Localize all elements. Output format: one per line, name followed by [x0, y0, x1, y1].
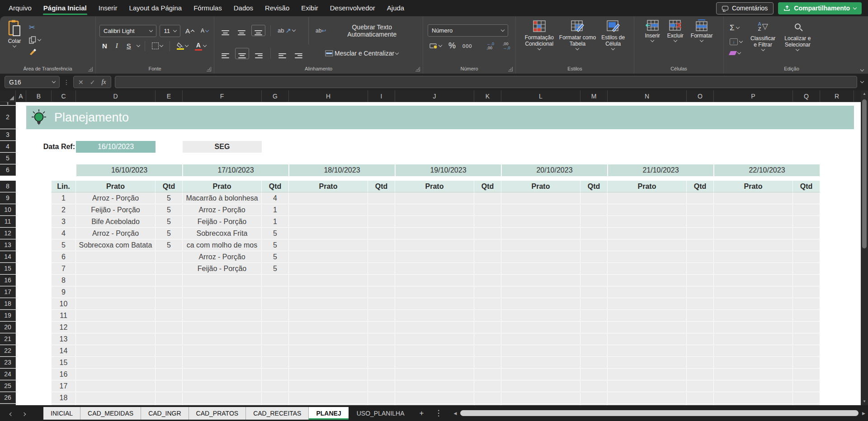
- qtd-cell[interactable]: [687, 204, 714, 216]
- qtd-cell[interactable]: 5: [156, 239, 183, 251]
- qtd-cell[interactable]: [580, 322, 608, 333]
- qtd-cell[interactable]: [687, 392, 714, 404]
- prato-cell[interactable]: [395, 251, 474, 263]
- prato-cell[interactable]: [608, 239, 687, 251]
- prato-cell[interactable]: [289, 392, 368, 404]
- prato-cell[interactable]: [289, 204, 368, 216]
- scroll-up-icon[interactable]: ▲: [861, 90, 868, 98]
- prato-cell[interactable]: ca com molho de mos: [183, 239, 262, 251]
- find-select-button[interactable]: Localizar e Selecionar: [782, 18, 813, 61]
- lin-cell[interactable]: 10: [52, 298, 76, 310]
- qtd-cell[interactable]: [687, 275, 714, 286]
- qtd-cell[interactable]: [156, 333, 183, 345]
- number-format-select[interactable]: Número: [428, 24, 508, 37]
- bold-button[interactable]: N: [99, 41, 110, 51]
- qtd-cell[interactable]: [474, 357, 501, 369]
- prato-cell[interactable]: [183, 322, 262, 333]
- insert-cells-button[interactable]: Inserir: [642, 18, 662, 61]
- prato-cell[interactable]: Feijão - Porção: [76, 204, 156, 216]
- prato-cell[interactable]: [289, 251, 368, 263]
- qtd-cell[interactable]: [793, 369, 820, 380]
- prato-cell[interactable]: [714, 298, 793, 310]
- prato-cell[interactable]: [608, 216, 687, 228]
- horizontal-scrollbar[interactable]: ◀ ▶: [451, 405, 868, 421]
- prato-cell[interactable]: [76, 392, 156, 404]
- row-header-12[interactable]: 12: [0, 228, 16, 239]
- column-header-l[interactable]: L: [501, 90, 580, 102]
- qtd-cell[interactable]: [793, 310, 820, 322]
- row-header-24[interactable]: 24: [0, 369, 16, 380]
- align-left-button[interactable]: [219, 48, 232, 59]
- cut-button[interactable]: ✂: [28, 22, 42, 33]
- qtd-cell[interactable]: [368, 298, 395, 310]
- orientation-button[interactable]: ab↗: [276, 26, 297, 36]
- row-header-15[interactable]: 15: [0, 263, 16, 274]
- prato-cell[interactable]: [714, 333, 793, 345]
- prato-cell[interactable]: [76, 322, 156, 333]
- alignment-dialog-launcher-icon[interactable]: [415, 67, 420, 71]
- qtd-cell[interactable]: [793, 392, 820, 404]
- prato-cell[interactable]: [395, 333, 474, 345]
- wrap-text-button[interactable]: ab↩ Quebrar Texto Automaticamente: [314, 23, 418, 39]
- prato-cell[interactable]: [714, 369, 793, 380]
- decrease-indent-button[interactable]: [276, 48, 289, 59]
- prato-cell[interactable]: [76, 275, 156, 286]
- vertical-scrollbar[interactable]: ▲ ▼: [861, 90, 868, 405]
- autosum-button[interactable]: Σ: [728, 23, 744, 33]
- column-header-g[interactable]: G: [262, 90, 289, 102]
- qtd-cell[interactable]: [687, 286, 714, 298]
- prato-cell[interactable]: [608, 310, 687, 322]
- prato-cell[interactable]: [395, 322, 474, 333]
- qtd-cell[interactable]: [262, 380, 289, 392]
- font-dialog-launcher-icon[interactable]: [207, 67, 211, 71]
- prato-cell[interactable]: [608, 263, 687, 275]
- qtd-cell[interactable]: [368, 275, 395, 286]
- qtd-cell[interactable]: [474, 228, 501, 239]
- qtd-cell[interactable]: [262, 286, 289, 298]
- row-header-4[interactable]: 4: [0, 141, 16, 152]
- prato-cell[interactable]: [501, 286, 580, 298]
- qtd-cell[interactable]: [368, 357, 395, 369]
- prato-cell[interactable]: [714, 357, 793, 369]
- date-header-22-10-2023[interactable]: 22/10/2023: [714, 164, 820, 176]
- qtd-cell[interactable]: [580, 380, 608, 392]
- lin-cell[interactable]: 17: [52, 380, 76, 392]
- row-header-22[interactable]: 22: [0, 345, 16, 356]
- qtd-cell[interactable]: [474, 333, 501, 345]
- qtd-cell[interactable]: [262, 310, 289, 322]
- lin-cell[interactable]: 1: [52, 192, 76, 204]
- qtd-cell[interactable]: [262, 275, 289, 286]
- menu-item-ajuda[interactable]: Ajuda: [381, 0, 410, 16]
- prato-cell[interactable]: [289, 286, 368, 298]
- prato-cell[interactable]: [289, 345, 368, 357]
- column-header-e[interactable]: E: [156, 90, 183, 102]
- qtd-cell[interactable]: [793, 357, 820, 369]
- qtd-cell[interactable]: [793, 286, 820, 298]
- qtd-cell[interactable]: [687, 310, 714, 322]
- prato-cell[interactable]: [608, 298, 687, 310]
- qtd-cell[interactable]: [156, 369, 183, 380]
- column-header-i[interactable]: I: [368, 90, 395, 102]
- prato-cell[interactable]: Bife Acebolado: [76, 216, 156, 228]
- column-header-f[interactable]: F: [183, 90, 262, 102]
- column-header-d[interactable]: D: [76, 90, 156, 102]
- prato-cell[interactable]: [501, 275, 580, 286]
- qtd-cell[interactable]: [687, 345, 714, 357]
- qtd-cell[interactable]: [156, 275, 183, 286]
- sort-filter-button[interactable]: AZ ▽ Classificar e Filtrar: [748, 18, 778, 61]
- qtd-cell[interactable]: [474, 192, 501, 204]
- qtd-cell[interactable]: [368, 216, 395, 228]
- column-header-n[interactable]: N: [608, 90, 687, 102]
- prato-cell[interactable]: [395, 298, 474, 310]
- prato-cell[interactable]: [395, 275, 474, 286]
- lin-cell[interactable]: 4: [52, 228, 76, 239]
- qtd-cell[interactable]: [580, 239, 608, 251]
- menu-item-layout-da-p-gina[interactable]: Layout da Página: [123, 0, 188, 16]
- row-header-9[interactable]: 9: [0, 192, 16, 204]
- prato-cell[interactable]: [501, 216, 580, 228]
- column-header-h[interactable]: H: [289, 90, 368, 102]
- qtd-cell[interactable]: [474, 322, 501, 333]
- row-header-19[interactable]: 19: [0, 310, 16, 321]
- prato-cell[interactable]: [183, 357, 262, 369]
- row-header-5[interactable]: 5: [0, 153, 16, 164]
